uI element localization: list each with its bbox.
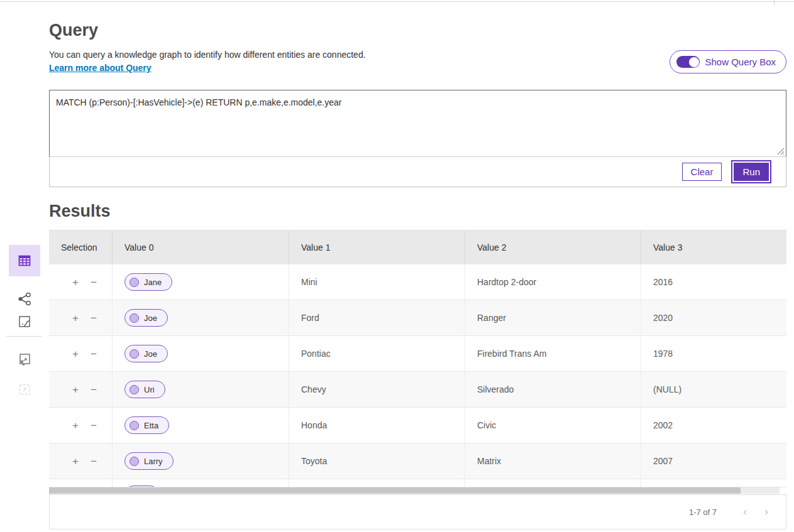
sidebar-divider [6, 336, 42, 337]
entity-dot-icon [130, 278, 139, 287]
map-view-icon [17, 314, 32, 329]
select-remove-button[interactable]: − [91, 349, 97, 359]
selection-cell: + − [49, 408, 112, 443]
pagination-prev-button[interactable]: ‹ [737, 504, 753, 520]
table-row: + − Joe Pontiac Firebird Trans Am 1978 [49, 336, 786, 372]
model-cell: Hardtop 2-door [465, 264, 641, 300]
make-cell: Toyota [289, 443, 465, 479]
model-cell: Silverado [465, 372, 641, 407]
results-table: Selection Value 0 Value 1 Value 2 Value … [49, 230, 786, 487]
selection-cell: + − [49, 264, 112, 300]
sidebar-item-add-to-link-chart[interactable] [9, 344, 40, 375]
table-row: + − Larry Toyota Matrix 2007 [49, 443, 786, 479]
year-cell: (NULL) [641, 372, 786, 407]
table-view-icon [17, 253, 32, 268]
entity-dot-icon [130, 421, 139, 430]
sidebar-item-table-view[interactable] [9, 245, 40, 276]
column-header-value1: Value 1 [289, 231, 465, 264]
table-row-partial [49, 479, 786, 487]
make-cell: Chevy [289, 372, 465, 407]
entity-cell: Uri [112, 372, 289, 407]
year-cell: 2020 [641, 300, 786, 335]
column-header-value2: Value 2 [465, 231, 641, 264]
selection-cell: + − [49, 443, 112, 479]
top-border-line [0, 1, 794, 2]
select-remove-button[interactable]: − [91, 277, 97, 288]
table-row: + − Jane Mini Hardtop 2-door 2016 [49, 264, 786, 300]
select-add-button[interactable]: + [72, 456, 79, 467]
entity-dot-icon [130, 313, 139, 323]
selection-cell: + − [49, 300, 112, 335]
results-title: Results [49, 202, 111, 221]
query-panel: MATCH (p:Person)-[:HasVehicle]->(e) RETU… [49, 90, 786, 187]
select-add-button[interactable]: + [72, 384, 79, 395]
add-to-map-icon [17, 382, 32, 397]
table-row: + − Uri Chevy Silverado (NULL) [49, 372, 786, 408]
year-cell: 2016 [641, 264, 786, 300]
pagination-next-button[interactable]: › [758, 504, 775, 520]
entity-label: Joe [144, 313, 157, 323]
entity-pill[interactable]: Jane [124, 273, 172, 291]
query-page: Query You can query a knowledge graph to… [0, 0, 794, 532]
toggle-label: Show Query Box [705, 57, 776, 67]
table-row: + − Etta Honda Civic 2002 [49, 408, 786, 443]
sidebar-item-map-view[interactable] [9, 306, 40, 337]
scrollbar-corner-tick [774, 0, 775, 5]
entity-dot-icon [130, 457, 139, 466]
pagination-bar: 1-7 of 7 ‹ › [49, 494, 786, 529]
entity-label: Uri [144, 385, 155, 394]
column-header-value0: Value 0 [112, 231, 289, 264]
model-cell: Matrix [465, 443, 641, 479]
entity-label: Joe [144, 349, 157, 359]
clear-button[interactable]: Clear [682, 163, 722, 181]
horizontal-scrollbar [49, 487, 786, 494]
entity-pill[interactable]: Uri [124, 381, 165, 398]
entity-dot-icon [130, 349, 139, 359]
select-add-button[interactable]: + [72, 420, 79, 431]
entity-dot-icon [130, 385, 139, 394]
selection-cell: + − [49, 372, 112, 407]
query-footer: Clear Run [49, 157, 786, 187]
toggle-switch-icon[interactable] [676, 56, 700, 68]
query-input[interactable]: MATCH (p:Person)-[:HasVehicle]->(e) RETU… [49, 90, 786, 157]
select-remove-button[interactable]: − [91, 313, 97, 323]
show-query-box-toggle[interactable]: Show Query Box [670, 50, 786, 73]
entity-cell: Joe [112, 336, 289, 371]
entity-label: Etta [144, 421, 158, 430]
model-cell: Ranger [465, 300, 641, 335]
select-remove-button[interactable]: − [91, 384, 97, 395]
year-cell: 2007 [641, 443, 786, 479]
entity-pill[interactable]: Larry [124, 452, 174, 470]
horizontal-scrollbar-thumb[interactable] [49, 487, 741, 494]
table-row: + − Joe Ford Ranger 2020 [49, 300, 786, 336]
entity-pill[interactable]: Etta [124, 416, 169, 434]
entity-cell: Etta [112, 408, 289, 443]
entity-cell: Jane [112, 264, 289, 300]
pagination-range-label: 1-7 of 7 [689, 508, 717, 517]
learn-more-link[interactable]: Learn more about Query [49, 63, 152, 73]
select-add-button[interactable]: + [72, 313, 79, 323]
entity-cell: Joe [112, 300, 289, 335]
link-chart-view-icon [16, 291, 33, 307]
entity-label: Jane [144, 278, 162, 287]
sidebar-item-add-to-map [9, 374, 40, 405]
select-add-button[interactable]: + [72, 349, 79, 359]
add-to-link-chart-icon [17, 352, 32, 367]
model-cell: Civic [465, 408, 641, 443]
select-add-button[interactable]: + [72, 277, 79, 288]
page-description: You can query a knowledge graph to ident… [49, 50, 366, 60]
make-cell: Ford [289, 300, 465, 335]
entity-label: Larry [144, 457, 163, 466]
column-header-selection: Selection [49, 231, 112, 264]
entity-pill[interactable]: Joe [124, 345, 168, 362]
table-header-row: Selection Value 0 Value 1 Value 2 Value … [49, 230, 786, 264]
select-remove-button[interactable]: − [91, 420, 97, 431]
model-cell: Firebird Trans Am [465, 336, 641, 371]
entity-pill[interactable]: Joe [124, 309, 168, 327]
page-title: Query [49, 21, 98, 40]
make-cell: Mini [289, 264, 465, 300]
entity-cell: Larry [112, 443, 289, 479]
run-button[interactable]: Run [734, 163, 769, 181]
select-remove-button[interactable]: − [91, 456, 97, 467]
column-header-value3: Value 3 [641, 231, 786, 264]
